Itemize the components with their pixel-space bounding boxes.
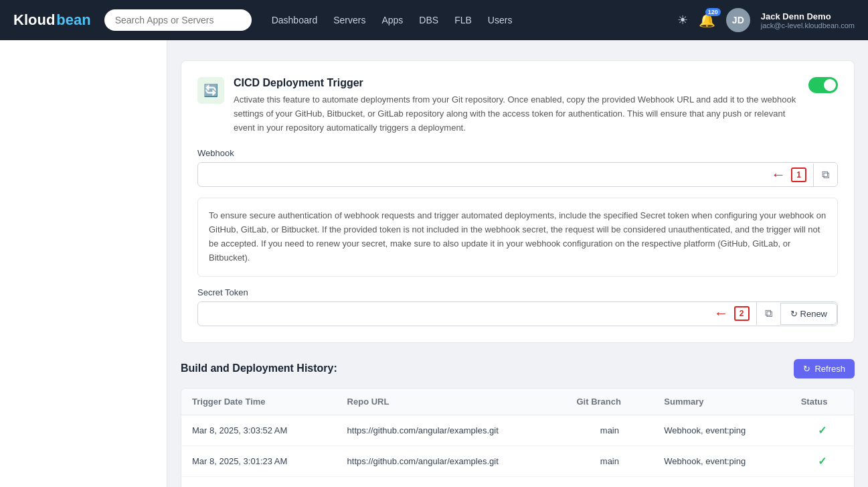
avatar: JD bbox=[726, 8, 750, 32]
renew-button[interactable]: ↻ Renew bbox=[780, 303, 837, 325]
history-table-container: Trigger Date Time Repo URL Git Branch Su… bbox=[181, 388, 855, 487]
nav-dbs[interactable]: DBS bbox=[419, 15, 438, 25]
nav-links: Dashboard Servers Apps DBS FLB Users bbox=[272, 15, 513, 25]
nav-dashboard[interactable]: Dashboard bbox=[272, 15, 318, 25]
webhook-copy-button[interactable]: ⧉ bbox=[813, 163, 837, 186]
cicd-text-area: CICD Deployment Trigger Activate this fe… bbox=[234, 77, 799, 135]
cicd-desc: Activate this feature to automate deploy… bbox=[234, 93, 799, 135]
cell-summary: Webhook, event:ping bbox=[653, 415, 790, 445]
user-email: jack@c-level.kloudbean.com bbox=[761, 21, 855, 29]
cell-date: Mar 8, 2025, 3:03:52 AM bbox=[181, 415, 337, 445]
col-status: Status bbox=[790, 389, 854, 415]
nav-apps[interactable]: Apps bbox=[381, 15, 403, 25]
cell-date: Mar 8, 2025, 3:01:23 AM bbox=[181, 445, 337, 476]
cell-summary: Webhook, event:ping bbox=[653, 476, 790, 487]
history-section: Build and Deployment History: ↻ Refresh … bbox=[181, 359, 855, 487]
col-trigger-date: Trigger Date Time bbox=[181, 389, 337, 415]
nav-flb[interactable]: FLB bbox=[454, 15, 472, 25]
cell-status: ✓ bbox=[790, 415, 854, 445]
cicd-header: 🔄 CICD Deployment Trigger Activate this … bbox=[197, 77, 838, 135]
sidebar bbox=[0, 40, 167, 487]
col-summary: Summary bbox=[653, 389, 790, 415]
secret-input[interactable]: d33bd919db4547758b3fb476d64fd1e7b92ba0f7… bbox=[198, 302, 707, 326]
notification-bell[interactable]: 🔔 120 bbox=[699, 12, 715, 28]
cell-branch: main bbox=[566, 476, 654, 487]
notification-badge: 120 bbox=[705, 8, 721, 16]
theme-icon[interactable]: ☀ bbox=[677, 13, 688, 27]
table-header-row: Trigger Date Time Repo URL Git Branch Su… bbox=[181, 389, 854, 415]
webhook-label: Webhook bbox=[197, 148, 838, 158]
cell-branch: main bbox=[566, 445, 654, 476]
webhook-input[interactable]: https://api-cc-staging.kloudbean.com/git… bbox=[198, 163, 764, 186]
nav-users[interactable]: Users bbox=[488, 15, 513, 25]
refresh-label: Refresh bbox=[814, 364, 845, 374]
col-git-branch: Git Branch bbox=[566, 389, 654, 415]
cell-summary: Webhook, event:ping bbox=[653, 445, 790, 476]
table-head: Trigger Date Time Repo URL Git Branch Su… bbox=[181, 389, 854, 415]
copy-icon-2: ⧉ bbox=[765, 307, 772, 319]
cell-repo: https://github.com/angular/examples.git bbox=[337, 476, 566, 487]
refresh-icon: ↻ bbox=[803, 364, 810, 374]
annotation-1: 1 bbox=[791, 167, 806, 182]
logo: Kloudbean bbox=[13, 11, 91, 29]
arrow-left-icon-2: ← bbox=[714, 305, 729, 322]
user-name: Jack Denn Demo bbox=[761, 11, 855, 21]
refresh-button[interactable]: ↻ Refresh bbox=[794, 359, 855, 378]
cell-status: ✓ bbox=[790, 445, 854, 476]
webhook-input-wrapper: https://api-cc-staging.kloudbean.com/git… bbox=[197, 162, 838, 187]
table-row: Mar 8, 2025, 3:03:52 AM https://github.c… bbox=[181, 415, 854, 445]
history-table: Trigger Date Time Repo URL Git Branch Su… bbox=[181, 389, 854, 487]
arrow-left-icon: ← bbox=[771, 166, 786, 184]
cell-branch: main bbox=[566, 415, 654, 445]
renew-icon: ↻ bbox=[790, 309, 798, 319]
cell-date: Mar 8, 2025, 2:42:28 AM bbox=[181, 476, 337, 487]
cell-status: ✓ bbox=[790, 476, 854, 487]
cell-repo: https://github.com/angular/examples.git bbox=[337, 415, 566, 445]
nav-right: ☀ 🔔 120 JD Jack Denn Demo jack@c-level.k… bbox=[677, 8, 855, 32]
secret-input-wrapper: d33bd919db4547758b3fb476d64fd1e7b92ba0f7… bbox=[197, 301, 838, 326]
cicd-icon: 🔄 bbox=[197, 77, 224, 104]
renew-label: Renew bbox=[800, 309, 827, 319]
section-title: Build and Deployment History: bbox=[181, 362, 337, 374]
cicd-card: 🔄 CICD Deployment Trigger Activate this … bbox=[181, 60, 855, 343]
col-repo-url: Repo URL bbox=[337, 389, 566, 415]
nav-servers[interactable]: Servers bbox=[333, 15, 365, 25]
info-box: To ensure secure authentication of webho… bbox=[197, 198, 838, 276]
navbar: Kloudbean Dashboard Servers Apps DBS FLB… bbox=[0, 0, 868, 40]
status-success-icon: ✓ bbox=[818, 456, 827, 467]
user-info: Jack Denn Demo jack@c-level.kloudbean.co… bbox=[761, 11, 855, 29]
status-success-icon: ✓ bbox=[818, 425, 827, 436]
cell-repo: https://github.com/angular/examples.git bbox=[337, 445, 566, 476]
copy-icon: ⧉ bbox=[822, 169, 829, 180]
secret-label: Secret Token bbox=[197, 287, 838, 297]
section-header: Build and Deployment History: ↻ Refresh bbox=[181, 359, 855, 378]
cicd-title: CICD Deployment Trigger bbox=[234, 77, 799, 89]
table-row: Mar 8, 2025, 2:42:28 AM https://github.c… bbox=[181, 476, 854, 487]
table-body: Mar 8, 2025, 3:03:52 AM https://github.c… bbox=[181, 415, 854, 487]
search-input[interactable] bbox=[104, 9, 252, 31]
secret-copy-button[interactable]: ⧉ bbox=[756, 302, 780, 325]
table-row: Mar 8, 2025, 3:01:23 AM https://github.c… bbox=[181, 445, 854, 476]
annotation-2: 2 bbox=[734, 306, 750, 321]
cicd-toggle[interactable] bbox=[808, 77, 838, 93]
